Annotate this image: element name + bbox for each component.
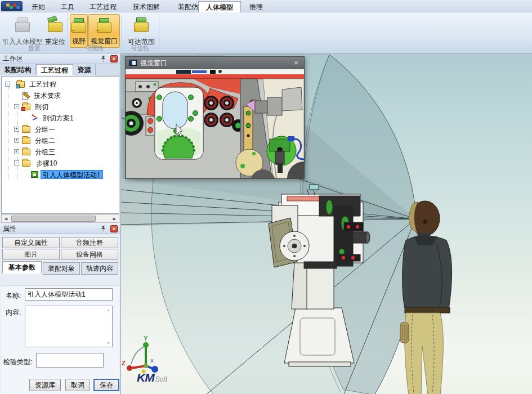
content-label: 内容: [6, 308, 21, 317]
application-window: 开始 工具 工艺过程 技术图解 装配仿真 人体模型 推理 引入人体模型 重定位 … [0, 0, 532, 394]
relocate-button[interactable]: 重定位 [44, 14, 66, 48]
properties-panel-title: 属性 × [0, 223, 120, 234]
vision-window-icon: → [96, 18, 113, 33]
tab-resources[interactable]: 资源 [73, 64, 96, 75]
menu-tab-reasoning[interactable]: 推理 [243, 1, 269, 12]
scroll-right-icon[interactable]: ▶ [110, 215, 119, 222]
axes-widget[interactable]: Y Z X [122, 335, 158, 373]
tree-item-tech-requirements[interactable]: 技术要求 [2, 90, 119, 101]
scroll-down-icon[interactable]: ▼ [106, 341, 110, 345]
tree-item-human-model-activity[interactable]: 引入人体模型活动1 [2, 169, 119, 180]
tab-track-content[interactable]: 轨迹内容 [81, 262, 118, 275]
relocate-icon [47, 17, 64, 32]
name-input[interactable] [25, 288, 113, 301]
tree-expander[interactable]: - [14, 160, 19, 165]
check-type-input[interactable] [36, 353, 104, 368]
tab-pictures[interactable]: 图片 [2, 249, 60, 260]
resource-library-button[interactable]: 资源库 [29, 379, 61, 391]
axis-y-label: Y [144, 335, 148, 342]
ribbon-separator [122, 15, 122, 50]
tree-expander[interactable]: + [14, 127, 19, 132]
save-button[interactable]: 保存 [93, 379, 119, 391]
pin-icon[interactable] [100, 225, 107, 232]
menu-tab-techdiag[interactable]: 技术图解 [125, 1, 168, 12]
tree-expander[interactable]: - [5, 82, 10, 87]
menu-tab-tools[interactable]: 工具 [54, 1, 81, 12]
close-icon[interactable]: × [110, 55, 118, 62]
tab-process[interactable]: 工艺过程 [36, 64, 73, 75]
tree-item-cut-plan-1[interactable]: 剖切方案1 [2, 113, 119, 124]
properties-panel: 属性 × 自定义属性 音频注释 图片 设备网格 基本参数 装配对象 轨迹内容 名… [0, 223, 121, 394]
process-tree: - 工艺过程 技术要求 - 剖切 剖切方案1 + 分组一 [1, 76, 119, 214]
tree-expander[interactable]: - [14, 104, 19, 109]
ribbon-toolbar: 引入人体模型 重定位 → 视野 → 视觉窗口 → 可达范围 放置 可视性 可达性 [0, 12, 532, 53]
vision-window-icon [129, 60, 137, 66]
tree-expander[interactable]: + [14, 149, 19, 154]
content-textarea[interactable]: ▲ ▼ [25, 306, 113, 347]
activity-icon [31, 171, 38, 178]
tab-assembly-objects[interactable]: 装配对象 [43, 262, 80, 275]
axis-x-label: X [150, 358, 154, 364]
field-of-view-button[interactable]: → 视野 [70, 14, 88, 48]
folder-icon [22, 149, 30, 155]
cut-folder-icon [22, 104, 30, 110]
step-folder-icon [22, 160, 30, 167]
tab-basic-params[interactable]: 基本参数 [2, 261, 42, 274]
km-soft-logo: KMSoft [137, 371, 167, 384]
close-icon[interactable]: × [110, 225, 118, 232]
tree-item-process[interactable]: - 工艺过程 [2, 79, 119, 90]
workspace-panel-title: 工作区 × [0, 53, 120, 64]
ribbon-separator [159, 15, 159, 50]
tree-item-group-2[interactable]: + 分组二 [2, 135, 119, 146]
vision-window-button[interactable]: → 视觉窗口 [88, 14, 120, 48]
menu-tab-human-model[interactable]: 人体模型 [198, 1, 241, 12]
scroll-up-icon[interactable]: ▲ [106, 308, 110, 312]
basic-params-form: 名称: 内容: ▲ ▼ 检验类型: 资源库 取词 保存 [1, 285, 119, 394]
process-folder-icon [16, 81, 25, 88]
import-human-model-button[interactable]: 引入人体模型 [2, 14, 43, 48]
import-human-model-icon [14, 17, 31, 32]
name-label: 名称: [6, 291, 21, 301]
pin-icon[interactable] [100, 55, 107, 62]
scrollbar-thumb[interactable] [11, 216, 96, 222]
tree-item-group-3[interactable]: + 分组三 [2, 146, 119, 158]
group-label-reachability: 可达性 [123, 44, 158, 52]
folder-icon [22, 137, 30, 144]
workspace-tabs: 装配结构 工艺过程 资源 [0, 64, 120, 75]
reach-range-icon: → [133, 17, 150, 32]
check-type-label: 检验类型: [3, 357, 32, 367]
ribbon-separator [68, 15, 68, 50]
folder-icon [22, 126, 30, 133]
tree-expander[interactable]: + [14, 138, 19, 143]
tech-requirements-icon [22, 92, 28, 100]
axis-z-label: Z [122, 360, 126, 366]
tab-device-grid[interactable]: 设备网格 [61, 249, 118, 260]
menu-tab-start[interactable]: 开始 [25, 1, 52, 12]
workspace-panel: 工作区 × 装配结构 工艺过程 资源 - 工艺过程 技术要求 - [0, 53, 121, 223]
tab-custom-properties[interactable]: 自定义属性 [2, 237, 60, 248]
horizontal-scrollbar[interactable]: ◀ ▶ [1, 214, 119, 223]
3d-viewport[interactable]: Y Z X KMSoft 视觉窗口 × [121, 53, 532, 394]
menu-bar: 开始 工具 工艺过程 技术图解 装配仿真 人体模型 推理 [0, 0, 532, 12]
tab-audio-notes[interactable]: 音频注释 [61, 237, 118, 248]
pick-term-button[interactable]: 取词 [65, 379, 90, 391]
group-label-placement: 放置 [2, 44, 66, 52]
close-icon[interactable]: × [292, 57, 301, 69]
reach-range-button[interactable]: → 可达范围 [125, 14, 158, 48]
scroll-left-icon[interactable]: ◀ [2, 215, 10, 222]
tree-item-group-1[interactable]: + 分组一 [2, 124, 119, 135]
cut-plan-icon [31, 115, 39, 122]
tree-item-step-10[interactable]: - 步骤10 [2, 158, 119, 169]
field-of-view-icon: → [70, 18, 87, 33]
menu-tab-process[interactable]: 工艺过程 [83, 1, 123, 12]
tree-item-section-cut[interactable]: - 剖切 [2, 101, 119, 113]
app-logo-icon[interactable] [1, 1, 23, 11]
group-label-visibility: 可视性 [69, 44, 120, 52]
vision-window-titlebar[interactable]: 视觉窗口 × [126, 57, 304, 69]
vision-window-view[interactable] [126, 69, 304, 178]
tab-assembly-structure[interactable]: 装配结构 [0, 64, 36, 75]
vision-window: 视觉窗口 × [125, 56, 305, 179]
